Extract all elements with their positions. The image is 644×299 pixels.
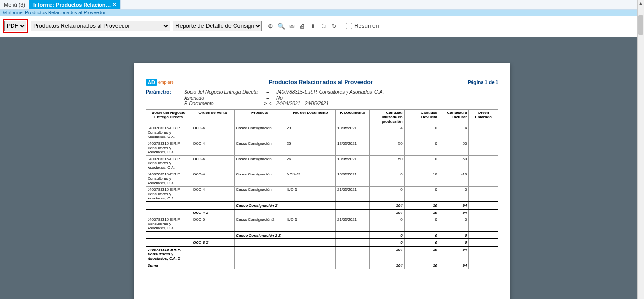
- cell-nodoc: NCN-22: [285, 171, 335, 187]
- cell-cfac: 0: [439, 239, 469, 246]
- param-eq: >-<: [262, 101, 273, 106]
- cell-orden: OCC-6: [191, 216, 235, 232]
- cell-oe: [469, 202, 498, 209]
- cell-cdev: 0: [404, 125, 439, 140]
- cell-cutil: 0: [370, 171, 404, 187]
- cell-cutil: 4: [370, 125, 404, 140]
- table-row: J400788315-E.R.P. Consultores y Asociado…: [146, 171, 498, 187]
- cell-cutil: 50: [370, 140, 404, 156]
- cell-cfac: 94: [439, 209, 469, 216]
- cell-fdoc: [335, 239, 369, 246]
- cell-cfac: 4: [439, 125, 469, 140]
- format-select[interactable]: PDF: [4, 21, 26, 31]
- cell-cdev: 10: [404, 202, 439, 209]
- table-row: OCC-6 Σ000: [146, 239, 498, 246]
- cell-nodoc: 26: [285, 156, 335, 171]
- export-icon[interactable]: ⬆: [309, 23, 317, 30]
- cell-fdoc: 21/05/2021: [335, 216, 369, 232]
- cell-fdoc: [335, 202, 369, 209]
- cell-fdoc: 13/05/2021: [335, 140, 369, 156]
- gear-icon[interactable]: ⚙: [267, 23, 274, 30]
- param-name: Asignado: [184, 95, 259, 100]
- logo: AD empiere: [146, 79, 173, 86]
- cell-fdoc: [335, 246, 369, 262]
- table-row: J400788315-E.R.P. Consultores y Asociado…: [146, 125, 498, 140]
- mail-icon[interactable]: ✉: [288, 23, 296, 30]
- cell-prod: [235, 262, 285, 269]
- cell-oe: [469, 171, 498, 187]
- tabs-bar: Menú (3) Informe: Productos Relacion… ✕: [0, 0, 644, 10]
- breadcrumb: &Informe: Productos Relacionados al Prov…: [3, 10, 106, 15]
- cell-orden: OCC-4: [191, 125, 235, 140]
- tab-menu[interactable]: Menú (3): [0, 0, 29, 9]
- cell-oe: [469, 246, 498, 262]
- resume-checkbox[interactable]: [346, 23, 352, 29]
- col-head: No. del Documento: [285, 110, 335, 125]
- cell-cdev: 10: [404, 209, 439, 216]
- cell-orden: [191, 202, 235, 209]
- tab-report-label: Informe: Productos Relacion…: [33, 2, 111, 8]
- param-val: J400788315-E.R.P. Consultores y Asociado…: [276, 89, 384, 95]
- cell-nodoc: [285, 202, 335, 209]
- cell-oe: [469, 209, 498, 216]
- close-icon[interactable]: ✕: [112, 2, 116, 7]
- cell-oe: [469, 187, 498, 202]
- cell-cfac: 0: [439, 216, 469, 232]
- cell-cutil: 104: [370, 246, 404, 262]
- col-head: Orden Enlazada: [469, 110, 498, 125]
- toolbar-icons: ⚙ 🔍 ✉ 🖨 ⬆ 🗂 ↻: [267, 23, 338, 30]
- cell-nodoc: [285, 209, 335, 216]
- scroll-thumb[interactable]: [638, 15, 643, 35]
- archive-icon[interactable]: 🗂: [320, 23, 327, 30]
- refresh-icon[interactable]: ↻: [330, 23, 338, 30]
- print-icon[interactable]: 🖨: [298, 23, 306, 30]
- cell-nodoc: 23: [285, 125, 335, 140]
- cell-orden: [191, 262, 235, 269]
- tab-report[interactable]: Informe: Productos Relacion… ✕: [29, 0, 121, 9]
- resume-checkbox-wrap[interactable]: Resumen: [346, 23, 379, 29]
- scroll-up-icon[interactable]: ▲: [638, 1, 643, 7]
- cell-socio: [146, 202, 191, 209]
- cell-socio: J400788315-E.R.P. Consultores y Asociado…: [146, 216, 191, 232]
- cell-fdoc: 13/05/2021: [335, 125, 369, 140]
- cell-fdoc: [335, 209, 369, 216]
- page-number: Página 1 de 1: [468, 80, 498, 85]
- cell-prod: Casco Consignación Σ: [235, 202, 285, 209]
- search-icon[interactable]: 🔍: [277, 23, 285, 30]
- scrollbar[interactable]: ▲: [637, 0, 644, 299]
- table-row: J400788315-E.R.P. Consultores y Asociado…: [146, 187, 498, 202]
- cell-orden: OCC-4: [191, 156, 235, 171]
- cell-socio: [146, 209, 191, 216]
- tab-menu-label: Menú (3): [4, 2, 25, 8]
- cell-prod: [235, 209, 285, 216]
- cell-oe: [469, 156, 498, 171]
- cell-orden: [191, 232, 235, 239]
- param-eq: =: [262, 95, 273, 100]
- cell-fdoc: [335, 262, 369, 269]
- table-row: Casco Consignación 2 Σ000: [146, 232, 498, 239]
- report-select[interactable]: Productos Relacionados al Proveedor: [31, 21, 170, 31]
- cell-prod: Casco Consignación 2 Σ: [235, 232, 285, 239]
- cell-orden: OCC-4 Σ: [191, 209, 235, 216]
- cell-socio: J400788315-E.R.P. Consultores y Asociado…: [146, 140, 191, 156]
- cell-oe: [469, 216, 498, 232]
- cell-nodoc: [285, 239, 335, 246]
- cell-oe: [469, 262, 498, 269]
- cell-cdev: 10: [404, 262, 439, 269]
- cell-cfac: 50: [439, 140, 469, 156]
- report-page: AD empiere Productos Relacionados al Pro…: [134, 63, 510, 299]
- cell-cutil: 50: [370, 156, 404, 171]
- cell-prod: Casco Consignación: [235, 125, 285, 140]
- cell-cdev: 0: [404, 239, 439, 246]
- cell-cdev: 10: [404, 171, 439, 187]
- cell-cfac: -10: [439, 171, 469, 187]
- resume-label: Resumen: [354, 23, 379, 29]
- cell-oe: [469, 125, 498, 140]
- col-head: Socio del Negocio Entrega Directa: [146, 110, 191, 125]
- detail-select[interactable]: Reporte de Detalle de Consignación: [173, 21, 262, 31]
- col-head: F. Documento: [335, 110, 369, 125]
- cell-cfac: 94: [439, 246, 469, 262]
- report-table: Socio del Negocio Entrega Directa Orden …: [146, 109, 498, 269]
- cell-socio: J400788315-E.R.P. Consultores y Asociado…: [146, 156, 191, 171]
- cell-oe: [469, 232, 498, 239]
